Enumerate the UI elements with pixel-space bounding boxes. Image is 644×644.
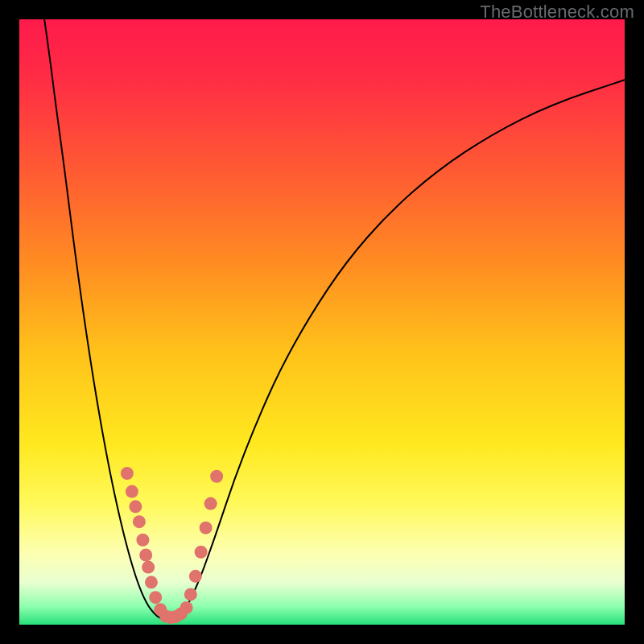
data-marker	[129, 500, 142, 513]
data-marker	[200, 522, 213, 535]
data-marker	[136, 534, 149, 547]
chart-svg	[19, 19, 625, 625]
chart-background	[19, 19, 625, 625]
data-marker	[189, 570, 202, 583]
chart-frame	[19, 19, 625, 625]
data-marker	[184, 588, 197, 601]
data-marker	[142, 561, 155, 574]
data-marker	[195, 546, 208, 559]
data-marker	[121, 467, 134, 480]
data-marker	[145, 576, 158, 588]
data-marker	[133, 515, 146, 528]
watermark-text: TheBottleneck.com	[480, 2, 634, 23]
data-marker	[204, 497, 217, 510]
data-marker	[210, 470, 223, 483]
data-marker	[139, 549, 152, 562]
data-marker	[126, 485, 138, 498]
data-marker	[149, 591, 162, 604]
data-marker	[180, 601, 193, 614]
